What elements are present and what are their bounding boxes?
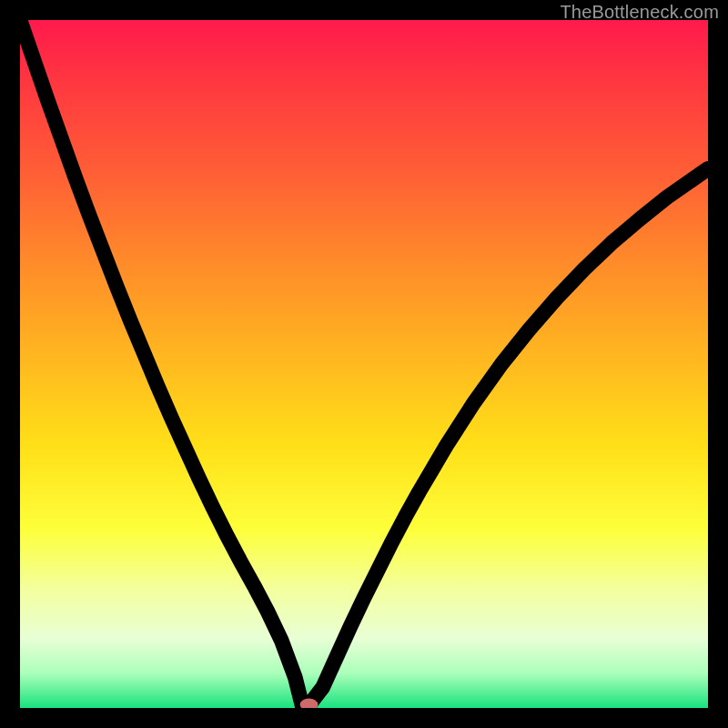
bottleneck-curve [20,20,708,705]
chart-frame: TheBottleneck.com [0,0,728,728]
chart-svg [20,20,708,708]
plot-area [20,20,708,708]
